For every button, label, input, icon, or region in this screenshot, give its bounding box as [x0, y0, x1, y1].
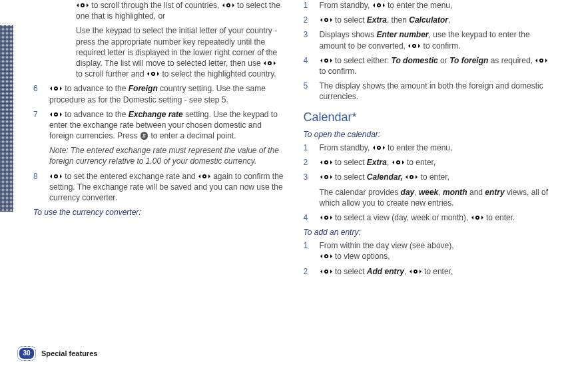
subheading-open: To open the calendar: [304, 129, 555, 140]
columns: to scroll through the list of countries,… [27, 0, 555, 281]
joystick-leftright-icon [222, 1, 234, 9]
text: or [438, 56, 449, 65]
step-4: 4 to select a view (day, week or month),… [304, 212, 555, 223]
step-1: 1 From standby, to enter the menu, [304, 0, 555, 11]
text: to select [333, 15, 367, 25]
step-3: 3 to select Calendar, to enter, [304, 172, 555, 182]
step-number: 8 [33, 171, 43, 204]
joystick-updown-icon [320, 16, 332, 24]
text: to enter, [422, 267, 453, 276]
text: to scroll further and [76, 69, 146, 79]
subheading-converter: To use the currency converter: [33, 207, 285, 218]
step-3: 3 Displays shows Enter number, use the k… [304, 29, 555, 51]
joystick-leftright-icon [50, 85, 62, 93]
step-number: 2 [304, 266, 313, 277]
text: to select either: [333, 56, 392, 65]
step-8: 8 to set the entered exchange rate and a… [33, 171, 285, 204]
subheading-add: To add an entry: [304, 227, 555, 238]
joystick-updown-icon [320, 214, 332, 222]
hash-key-icon: # [141, 132, 148, 140]
text: and [467, 188, 485, 197]
text: to advance to the [63, 110, 129, 119]
joystick-updown-icon [320, 173, 332, 181]
text: Use the keypad to select the initial let… [76, 26, 277, 68]
column-right: 1 From standby, to enter the menu, 2 to … [304, 0, 555, 281]
step-2: 2 to select Extra, then Calculator, [304, 15, 555, 25]
joystick-leftright-icon [392, 158, 404, 166]
text: to advance to the [63, 84, 129, 93]
text: From standby, [320, 1, 372, 10]
joystick-updown-icon [320, 57, 332, 65]
text: to enter the menu, [386, 143, 453, 152]
text: , then [387, 15, 409, 25]
text: , [448, 15, 450, 25]
steps-add: 1 From within the day view (see above), … [304, 240, 555, 277]
step-number: 1 [304, 142, 313, 153]
joystick-leftright-icon [50, 110, 62, 118]
text: to enter. [484, 213, 515, 222]
emphasis: Exchange rate [129, 110, 183, 119]
text: to scroll through the list of countries, [89, 1, 222, 10]
emphasis: month [443, 188, 467, 197]
emphasis: day [401, 188, 415, 197]
text: , [387, 158, 392, 167]
text: Displays shows [320, 30, 377, 39]
step-1: 1 From standby, to enter the menu, [304, 142, 555, 153]
joystick-updown-icon [264, 59, 276, 67]
emphasis: To domestic [392, 56, 438, 65]
step-4: 4 to select either: To domestic or To fo… [304, 55, 555, 77]
step-number: 7 [33, 109, 43, 142]
steps-left-2: 8 to set the entered exchange rate and a… [33, 171, 285, 204]
text: to enter a decimal point. [148, 131, 236, 140]
text: From within the day view (see above), [320, 241, 454, 250]
decorative-pattern [0, 25, 13, 212]
step-5: 5 The display shows the amount in both t… [304, 81, 555, 102]
step-number: 6 [33, 83, 43, 104]
text: to enter, [418, 172, 449, 182]
continuation-block: to scroll through the list of countries,… [33, 0, 285, 79]
joystick-leftright-icon [373, 1, 385, 9]
joystick-updown-icon [320, 158, 332, 166]
joystick-updown-icon [320, 268, 332, 276]
step-2: 2 to select Add entry, to enter, [304, 266, 555, 277]
step-number: 3 [304, 172, 313, 182]
step-number: 2 [304, 157, 313, 168]
joystick-leftright-icon [408, 42, 420, 50]
step-number: 1 [304, 0, 313, 11]
joystick-leftright-icon [50, 172, 62, 180]
joystick-updown-icon [77, 1, 89, 9]
emphasis: Calculator [409, 15, 448, 25]
joystick-leftright-icon [471, 214, 483, 222]
page-number-badge: 30 [19, 348, 34, 359]
text: to confirm. [320, 67, 357, 76]
step-number: 2 [304, 15, 313, 25]
emphasis: Add entry [367, 267, 404, 276]
joystick-leftright-icon [535, 57, 547, 65]
note-block: Note: The entered exchange rate must rep… [49, 145, 285, 166]
page-footer: 30 Special features [17, 346, 97, 361]
emphasis: Extra [367, 158, 387, 167]
step-6: 6 to advance to the Foreign country sett… [33, 83, 285, 104]
step-7: 7 to advance to the Exchange rate settin… [33, 109, 285, 142]
text: to set the entered exchange rate and [63, 172, 198, 181]
emphasis: Enter number [377, 30, 429, 39]
text: to enter the menu, [386, 1, 453, 10]
joystick-leftright-icon [406, 173, 418, 181]
text: to select [333, 158, 367, 167]
page-badge-wrap: 30 [17, 346, 36, 361]
page: to scroll through the list of countries,… [0, 0, 564, 281]
text: to confirm. [421, 41, 460, 51]
emphasis: entry [485, 188, 504, 197]
step-number: 4 [304, 55, 313, 77]
text: to select [333, 172, 367, 182]
emphasis: Extra [367, 15, 387, 25]
text: The calendar provides [320, 188, 401, 197]
emphasis: week [419, 188, 438, 197]
text: as required, [488, 56, 535, 65]
text: The display shows the amount in both the… [320, 81, 543, 101]
steps-converter: 1 From standby, to enter the menu, 2 to … [304, 0, 555, 102]
emphasis: To foreign [449, 56, 488, 65]
joystick-leftright-icon [410, 268, 422, 276]
steps-open: 1 From standby, to enter the menu, 2 to … [304, 142, 555, 223]
text: From standby, [320, 143, 372, 152]
